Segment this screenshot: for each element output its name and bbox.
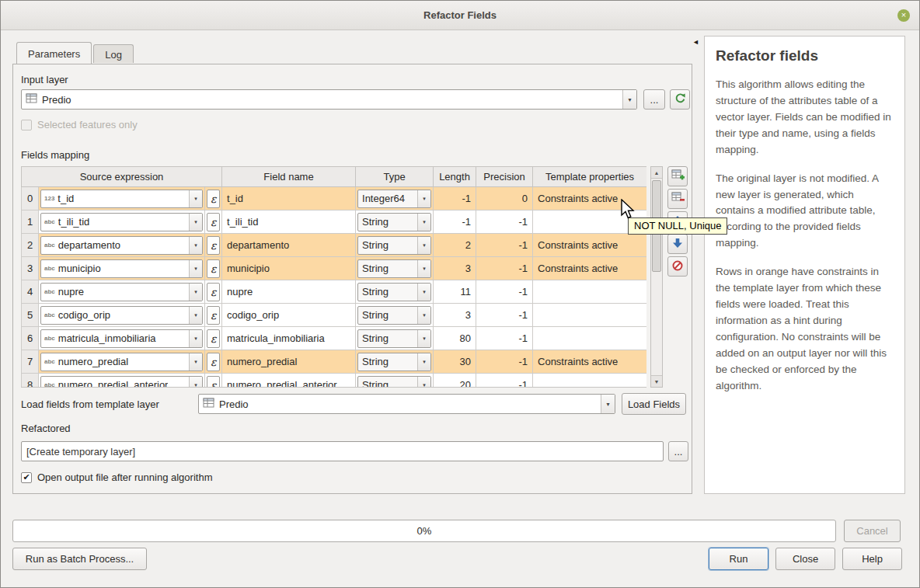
type-combo[interactable]: Integer64 ▾ [357,190,431,208]
length-cell[interactable]: 3 [434,257,476,280]
field-name-cell[interactable]: codigo_orip [222,304,356,327]
type-combo[interactable]: String ▾ [357,353,431,371]
precision-cell[interactable]: -1 [476,257,533,280]
scroll-up-icon[interactable]: ▲ [651,167,662,179]
field-name-cell[interactable]: departamento [222,234,356,257]
chevron-down-icon[interactable]: ▾ [417,237,430,254]
input-layer-browse-button[interactable]: ... [643,89,665,110]
close-button[interactable]: Close [775,548,835,570]
type-combo[interactable]: String ▾ [357,259,431,278]
chevron-down-icon[interactable]: ▾ [622,90,636,109]
run-button[interactable]: Run [709,548,768,570]
source-expression-dropdown[interactable]: abc departamento ▾ [40,236,203,255]
reset-fields-button[interactable] [667,256,688,277]
refactored-output-input[interactable] [21,441,664,461]
chevron-down-icon[interactable]: ▾ [189,190,202,207]
chevron-down-icon[interactable]: ▾ [417,307,430,324]
add-field-button[interactable] [667,166,688,186]
chevron-down-icon[interactable]: ▾ [417,284,430,301]
field-name-cell[interactable]: municipio [222,257,356,280]
chevron-down-icon[interactable]: ▾ [417,330,430,347]
input-layer-reload-button[interactable] [670,89,690,110]
expression-editor-button[interactable]: ε [207,213,220,231]
source-expression-dropdown[interactable]: 123 t_id ▾ [40,190,203,208]
refactored-browse-button[interactable]: ... [668,441,688,461]
field-name-cell[interactable]: matricula_inmobiliaria [222,327,356,350]
length-cell[interactable]: 3 [434,304,476,327]
help-button[interactable]: Help [842,548,902,570]
source-expression-dropdown[interactable]: abc municipio ▾ [40,259,203,278]
source-expression-dropdown[interactable]: abc codigo_orip ▾ [40,306,203,325]
precision-cell[interactable]: -1 [476,210,533,234]
open-output-checkbox[interactable]: ✔ Open output file after running algorit… [21,471,212,483]
type-combo[interactable]: String ▾ [357,306,431,325]
chevron-down-icon[interactable]: ▾ [189,330,202,347]
window-close-icon[interactable]: × [897,9,910,22]
chevron-down-icon[interactable]: ▾ [189,237,202,254]
chevron-down-icon[interactable]: ▾ [417,260,430,277]
collapse-help-icon[interactable]: ◄ [692,38,699,46]
expression-editor-button[interactable]: ε [207,190,220,208]
precision-cell[interactable]: -1 [476,350,533,374]
chevron-down-icon[interactable]: ▾ [417,377,430,388]
expression-editor-button[interactable]: ε [207,353,220,371]
column-header-field-name: Field name [222,167,356,187]
length-cell[interactable]: -1 [434,187,476,210]
type-combo[interactable]: String ▾ [357,376,431,388]
source-expression-dropdown[interactable]: abc t_ili_tid ▾ [40,213,203,231]
move-field-down-button[interactable] [667,234,688,254]
expression-editor-button[interactable]: ε [207,329,220,348]
length-cell[interactable]: 2 [434,234,476,257]
precision-cell[interactable]: -1 [476,374,533,388]
chevron-down-icon[interactable]: ▾ [189,284,202,301]
tab-log[interactable]: Log [93,44,134,63]
expression-editor-button[interactable]: ε [207,376,220,388]
refresh-icon [674,92,686,106]
load-fields-button[interactable]: Load Fields [622,393,686,415]
precision-cell[interactable]: -1 [476,304,533,327]
tab-parameters[interactable]: Parameters [16,42,92,64]
field-name-cell[interactable]: t_ili_tid [222,210,356,234]
length-cell[interactable]: 30 [434,350,476,374]
precision-cell[interactable]: -1 [476,234,533,257]
type-combo[interactable]: String ▾ [357,283,431,301]
field-name-cell[interactable]: numero_predial [222,350,356,374]
expression-editor-button[interactable]: ε [207,236,220,255]
expression-editor-button[interactable]: ε [207,283,220,301]
chevron-down-icon[interactable]: ▾ [417,353,430,371]
expression-editor-button[interactable]: ε [207,259,220,278]
chevron-down-icon[interactable]: ▾ [189,353,202,371]
delete-field-button[interactable] [667,189,688,209]
field-name-cell[interactable]: numero_predial_anterior [222,374,356,388]
precision-cell[interactable]: -1 [476,280,533,304]
field-name-cell[interactable]: t_id [222,187,356,210]
table-scrollbar[interactable]: ▲ ▼ [650,166,663,388]
add-field-icon [671,169,685,184]
chevron-down-icon[interactable]: ▾ [189,377,202,388]
input-layer-combo[interactable]: Predio ▾ [21,89,637,110]
length-cell[interactable]: 11 [434,280,476,304]
expression-editor-button[interactable]: ε [207,306,220,325]
precision-cell[interactable]: 0 [476,187,533,210]
run-as-batch-button[interactable]: Run as Batch Process... [12,548,147,570]
chevron-down-icon[interactable]: ▾ [417,214,430,231]
length-cell[interactable]: 80 [434,327,476,350]
source-expression-dropdown[interactable]: abc numero_predial ▾ [40,353,203,371]
field-name-cell[interactable]: nupre [222,280,356,304]
chevron-down-icon[interactable]: ▾ [417,190,430,207]
type-combo[interactable]: String ▾ [357,329,431,348]
length-cell[interactable]: -1 [434,210,476,234]
source-expression-dropdown[interactable]: abc nupre ▾ [40,283,203,301]
source-expression-dropdown[interactable]: abc numero_predial_anterior ▾ [40,376,203,388]
length-cell[interactable]: 20 [434,374,476,388]
scroll-down-icon[interactable]: ▼ [651,375,662,387]
chevron-down-icon[interactable]: ▾ [189,260,202,277]
type-combo[interactable]: String ▾ [357,236,431,255]
chevron-down-icon[interactable]: ▾ [189,307,202,324]
source-expression-dropdown[interactable]: abc matricula_inmobiliaria ▾ [40,329,203,348]
type-combo[interactable]: String ▾ [357,213,431,231]
chevron-down-icon[interactable]: ▾ [601,395,615,413]
precision-cell[interactable]: -1 [476,327,533,350]
template-layer-combo[interactable]: Predio ▾ [198,394,615,414]
chevron-down-icon[interactable]: ▾ [189,214,202,231]
